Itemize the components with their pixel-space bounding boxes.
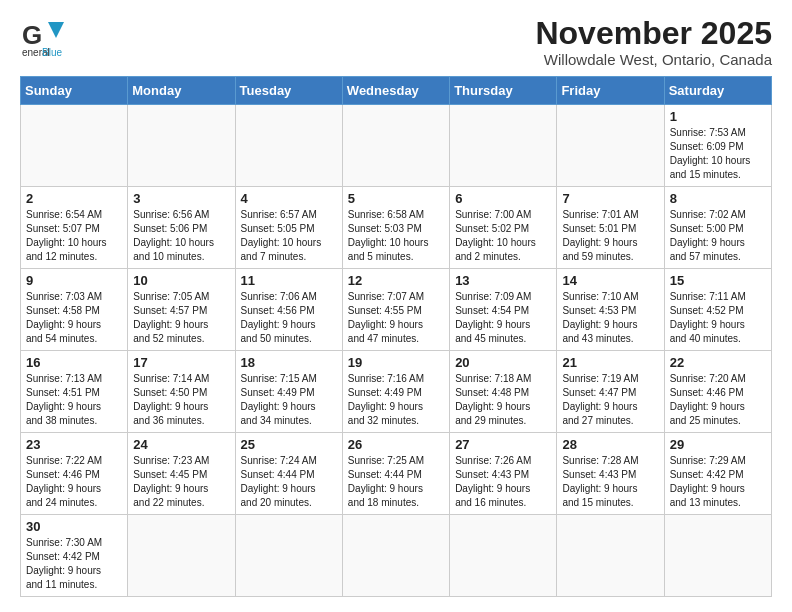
day-number: 6 (455, 191, 551, 206)
day-number: 13 (455, 273, 551, 288)
day-info: Sunrise: 7:53 AM Sunset: 6:09 PM Dayligh… (670, 126, 766, 182)
day-number: 15 (670, 273, 766, 288)
svg-text:G: G (22, 20, 42, 50)
day-info: Sunrise: 7:15 AM Sunset: 4:49 PM Dayligh… (241, 372, 337, 428)
day-info: Sunrise: 6:54 AM Sunset: 5:07 PM Dayligh… (26, 208, 122, 264)
weekday-header-monday: Monday (128, 77, 235, 105)
day-number: 24 (133, 437, 229, 452)
day-info: Sunrise: 7:00 AM Sunset: 5:02 PM Dayligh… (455, 208, 551, 264)
calendar-day-cell: 16Sunrise: 7:13 AM Sunset: 4:51 PM Dayli… (21, 351, 128, 433)
day-number: 2 (26, 191, 122, 206)
day-info: Sunrise: 7:30 AM Sunset: 4:42 PM Dayligh… (26, 536, 122, 592)
calendar-day-cell: 3Sunrise: 6:56 AM Sunset: 5:06 PM Daylig… (128, 187, 235, 269)
day-number: 20 (455, 355, 551, 370)
calendar-week-row: 2Sunrise: 6:54 AM Sunset: 5:07 PM Daylig… (21, 187, 772, 269)
day-info: Sunrise: 7:03 AM Sunset: 4:58 PM Dayligh… (26, 290, 122, 346)
calendar-day-cell: 8Sunrise: 7:02 AM Sunset: 5:00 PM Daylig… (664, 187, 771, 269)
header: G eneral Blue November 2025 Willowdale W… (20, 16, 772, 68)
calendar-day-cell: 6Sunrise: 7:00 AM Sunset: 5:02 PM Daylig… (450, 187, 557, 269)
calendar-day-cell: 19Sunrise: 7:16 AM Sunset: 4:49 PM Dayli… (342, 351, 449, 433)
calendar-day-cell: 28Sunrise: 7:28 AM Sunset: 4:43 PM Dayli… (557, 433, 664, 515)
day-number: 7 (562, 191, 658, 206)
day-number: 17 (133, 355, 229, 370)
day-number: 30 (26, 519, 122, 534)
calendar-day-cell: 21Sunrise: 7:19 AM Sunset: 4:47 PM Dayli… (557, 351, 664, 433)
day-number: 14 (562, 273, 658, 288)
calendar-day-cell: 10Sunrise: 7:05 AM Sunset: 4:57 PM Dayli… (128, 269, 235, 351)
calendar-day-cell: 26Sunrise: 7:25 AM Sunset: 4:44 PM Dayli… (342, 433, 449, 515)
day-info: Sunrise: 7:09 AM Sunset: 4:54 PM Dayligh… (455, 290, 551, 346)
calendar-table: SundayMondayTuesdayWednesdayThursdayFrid… (20, 76, 772, 597)
calendar-day-cell (342, 105, 449, 187)
day-info: Sunrise: 7:10 AM Sunset: 4:53 PM Dayligh… (562, 290, 658, 346)
title-block: November 2025 Willowdale West, Ontario, … (535, 16, 772, 68)
day-info: Sunrise: 7:24 AM Sunset: 4:44 PM Dayligh… (241, 454, 337, 510)
day-number: 10 (133, 273, 229, 288)
calendar-day-cell: 24Sunrise: 7:23 AM Sunset: 4:45 PM Dayli… (128, 433, 235, 515)
calendar-day-cell (342, 515, 449, 597)
day-info: Sunrise: 7:29 AM Sunset: 4:42 PM Dayligh… (670, 454, 766, 510)
day-info: Sunrise: 7:14 AM Sunset: 4:50 PM Dayligh… (133, 372, 229, 428)
day-info: Sunrise: 7:23 AM Sunset: 4:45 PM Dayligh… (133, 454, 229, 510)
weekday-header-saturday: Saturday (664, 77, 771, 105)
calendar-day-cell: 9Sunrise: 7:03 AM Sunset: 4:58 PM Daylig… (21, 269, 128, 351)
day-info: Sunrise: 7:06 AM Sunset: 4:56 PM Dayligh… (241, 290, 337, 346)
day-info: Sunrise: 7:05 AM Sunset: 4:57 PM Dayligh… (133, 290, 229, 346)
day-info: Sunrise: 7:22 AM Sunset: 4:46 PM Dayligh… (26, 454, 122, 510)
calendar-week-row: 23Sunrise: 7:22 AM Sunset: 4:46 PM Dayli… (21, 433, 772, 515)
day-number: 12 (348, 273, 444, 288)
day-info: Sunrise: 6:57 AM Sunset: 5:05 PM Dayligh… (241, 208, 337, 264)
day-number: 23 (26, 437, 122, 452)
month-title: November 2025 (535, 16, 772, 51)
calendar-day-cell (664, 515, 771, 597)
calendar-week-row: 9Sunrise: 7:03 AM Sunset: 4:58 PM Daylig… (21, 269, 772, 351)
weekday-header-thursday: Thursday (450, 77, 557, 105)
calendar-day-cell: 15Sunrise: 7:11 AM Sunset: 4:52 PM Dayli… (664, 269, 771, 351)
day-number: 3 (133, 191, 229, 206)
day-info: Sunrise: 7:02 AM Sunset: 5:00 PM Dayligh… (670, 208, 766, 264)
day-number: 26 (348, 437, 444, 452)
calendar-day-cell: 11Sunrise: 7:06 AM Sunset: 4:56 PM Dayli… (235, 269, 342, 351)
day-info: Sunrise: 7:26 AM Sunset: 4:43 PM Dayligh… (455, 454, 551, 510)
day-number: 28 (562, 437, 658, 452)
logo-icon: G eneral Blue (20, 16, 64, 60)
day-info: Sunrise: 7:16 AM Sunset: 4:49 PM Dayligh… (348, 372, 444, 428)
calendar-day-cell: 18Sunrise: 7:15 AM Sunset: 4:49 PM Dayli… (235, 351, 342, 433)
svg-marker-1 (48, 22, 64, 38)
calendar-day-cell (235, 105, 342, 187)
location-subtitle: Willowdale West, Ontario, Canada (535, 51, 772, 68)
day-info: Sunrise: 7:07 AM Sunset: 4:55 PM Dayligh… (348, 290, 444, 346)
calendar-day-cell: 17Sunrise: 7:14 AM Sunset: 4:50 PM Dayli… (128, 351, 235, 433)
calendar-day-cell: 23Sunrise: 7:22 AM Sunset: 4:46 PM Dayli… (21, 433, 128, 515)
day-info: Sunrise: 6:58 AM Sunset: 5:03 PM Dayligh… (348, 208, 444, 264)
calendar-day-cell: 14Sunrise: 7:10 AM Sunset: 4:53 PM Dayli… (557, 269, 664, 351)
day-number: 25 (241, 437, 337, 452)
day-info: Sunrise: 6:56 AM Sunset: 5:06 PM Dayligh… (133, 208, 229, 264)
day-info: Sunrise: 7:13 AM Sunset: 4:51 PM Dayligh… (26, 372, 122, 428)
day-info: Sunrise: 7:28 AM Sunset: 4:43 PM Dayligh… (562, 454, 658, 510)
calendar-day-cell (557, 105, 664, 187)
calendar-day-cell: 20Sunrise: 7:18 AM Sunset: 4:48 PM Dayli… (450, 351, 557, 433)
calendar-week-row: 16Sunrise: 7:13 AM Sunset: 4:51 PM Dayli… (21, 351, 772, 433)
calendar-day-cell: 25Sunrise: 7:24 AM Sunset: 4:44 PM Dayli… (235, 433, 342, 515)
calendar-day-cell (21, 105, 128, 187)
day-info: Sunrise: 7:01 AM Sunset: 5:01 PM Dayligh… (562, 208, 658, 264)
day-number: 19 (348, 355, 444, 370)
calendar-day-cell: 13Sunrise: 7:09 AM Sunset: 4:54 PM Dayli… (450, 269, 557, 351)
calendar-day-cell: 4Sunrise: 6:57 AM Sunset: 5:05 PM Daylig… (235, 187, 342, 269)
weekday-header-wednesday: Wednesday (342, 77, 449, 105)
day-number: 21 (562, 355, 658, 370)
day-info: Sunrise: 7:20 AM Sunset: 4:46 PM Dayligh… (670, 372, 766, 428)
day-info: Sunrise: 7:18 AM Sunset: 4:48 PM Dayligh… (455, 372, 551, 428)
calendar-day-cell: 5Sunrise: 6:58 AM Sunset: 5:03 PM Daylig… (342, 187, 449, 269)
calendar-week-row: 30Sunrise: 7:30 AM Sunset: 4:42 PM Dayli… (21, 515, 772, 597)
day-number: 8 (670, 191, 766, 206)
day-number: 16 (26, 355, 122, 370)
calendar-day-cell: 22Sunrise: 7:20 AM Sunset: 4:46 PM Dayli… (664, 351, 771, 433)
calendar-week-row: 1Sunrise: 7:53 AM Sunset: 6:09 PM Daylig… (21, 105, 772, 187)
calendar-day-cell: 12Sunrise: 7:07 AM Sunset: 4:55 PM Dayli… (342, 269, 449, 351)
day-number: 11 (241, 273, 337, 288)
weekday-header-sunday: Sunday (21, 77, 128, 105)
day-number: 1 (670, 109, 766, 124)
day-number: 29 (670, 437, 766, 452)
